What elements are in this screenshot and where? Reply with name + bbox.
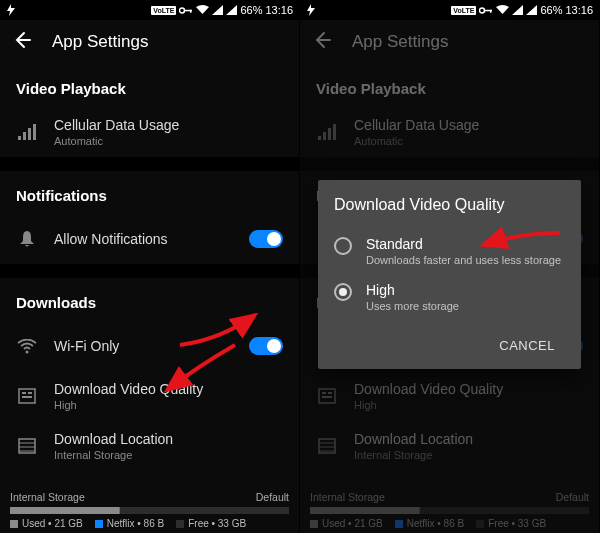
svg-rect-18 — [490, 9, 492, 12]
option-high-label: High — [366, 282, 565, 298]
option-standard-label: Standard — [366, 236, 565, 252]
section-notifications-header: Notifications — [0, 171, 299, 214]
key-icon — [479, 6, 493, 15]
svg-rect-19 — [318, 136, 321, 140]
option-high-desc: Uses more storage — [366, 300, 565, 312]
battery-pct: 66% — [240, 4, 262, 16]
storage-right: Default — [556, 491, 589, 503]
row-wifi-only[interactable]: Wi-Fi Only — [0, 321, 299, 371]
download-location-label: Download Location — [354, 431, 583, 447]
storage-bar-used — [10, 507, 119, 514]
download-quality-value: High — [54, 399, 283, 411]
svg-point-7 — [26, 350, 29, 353]
lightning-icon — [306, 4, 316, 16]
download-location-value: Internal Storage — [354, 449, 583, 461]
title-bar: App Settings — [0, 20, 299, 64]
svg-rect-25 — [322, 392, 326, 394]
svg-rect-9 — [22, 392, 26, 394]
svg-rect-4 — [23, 132, 26, 140]
download-quality-dialog: Download Video Quality Standard Download… — [318, 180, 581, 369]
row-download-location[interactable]: Download Location Internal Storage — [0, 421, 299, 471]
key-icon — [179, 6, 193, 15]
status-bar: VoLTE 66% 13:16 — [0, 0, 299, 20]
row-allow-notifications[interactable]: Allow Notifications — [0, 214, 299, 264]
back-icon[interactable] — [312, 30, 332, 54]
allow-notifications-label: Allow Notifications — [54, 231, 233, 247]
signal-icon-2 — [226, 5, 237, 15]
status-bar: VoLTE 66% 13:16 — [300, 0, 599, 20]
row-download-quality[interactable]: Download Video Quality High — [0, 371, 299, 421]
cancel-button[interactable]: CANCEL — [489, 330, 565, 361]
toggle-wifi-only[interactable] — [249, 337, 283, 355]
storage-icon — [16, 438, 38, 454]
svg-rect-22 — [333, 124, 336, 140]
svg-rect-26 — [328, 392, 332, 394]
storage-label: Internal Storage — [310, 491, 385, 503]
storage-bar-netflix — [419, 507, 420, 514]
wifi-icon — [196, 5, 209, 15]
download-quality-value: High — [354, 399, 583, 411]
toggle-notifications[interactable] — [249, 230, 283, 248]
svg-rect-2 — [190, 9, 192, 12]
storage-label: Internal Storage — [10, 491, 85, 503]
option-high[interactable]: High Uses more storage — [334, 274, 565, 320]
svg-rect-3 — [18, 136, 21, 140]
row-cellular-data[interactable]: Cellular Data Usage Automatic — [0, 107, 299, 157]
cellular-label: Cellular Data Usage — [354, 117, 583, 133]
svg-rect-11 — [22, 396, 32, 398]
dialog-title: Download Video Quality — [334, 196, 565, 214]
radio-standard[interactable] — [334, 237, 352, 255]
wifi-row-icon — [16, 339, 38, 354]
bell-icon — [16, 230, 38, 248]
storage-bar-netflix — [119, 507, 120, 514]
page-title: App Settings — [352, 32, 448, 52]
svg-point-16 — [480, 8, 485, 13]
clock: 13:16 — [265, 4, 293, 16]
svg-rect-5 — [28, 128, 31, 140]
option-standard[interactable]: Standard Downloads faster and uses less … — [334, 228, 565, 274]
svg-rect-27 — [322, 396, 332, 398]
download-quality-label: Download Video Quality — [354, 381, 583, 397]
volte-badge: VoLTE — [151, 6, 176, 15]
signal-bars-icon — [16, 124, 38, 140]
storage-bar — [10, 507, 289, 514]
legend-free: Free • 33 GB — [176, 518, 246, 529]
screen-left: VoLTE 66% 13:16 App Settings Video Playb… — [0, 0, 300, 533]
row-cellular-data: Cellular Data Usage Automatic — [300, 107, 599, 157]
section-video-header: Video Playback — [300, 64, 599, 107]
battery-pct: 66% — [540, 4, 562, 16]
settings-content: Video Playback Cellular Data Usage Autom… — [0, 64, 299, 485]
volte-badge: VoLTE — [451, 6, 476, 15]
signal-icon-2 — [526, 5, 537, 15]
title-bar: App Settings — [300, 20, 599, 64]
quality-icon — [16, 388, 38, 404]
download-location-label: Download Location — [54, 431, 283, 447]
row-download-quality: Download Video Quality High — [300, 371, 599, 421]
wifi-only-label: Wi-Fi Only — [54, 338, 233, 354]
download-location-value: Internal Storage — [54, 449, 283, 461]
radio-high[interactable] — [334, 283, 352, 301]
row-download-location: Download Location Internal Storage — [300, 421, 599, 471]
svg-rect-21 — [328, 128, 331, 140]
storage-footer: Internal Storage Default Used • 21 GB Ne… — [300, 485, 599, 533]
storage-icon — [316, 438, 338, 454]
cellular-value: Automatic — [54, 135, 283, 147]
signal-icon — [212, 5, 223, 15]
svg-point-0 — [180, 8, 185, 13]
signal-bars-icon — [316, 124, 338, 140]
download-quality-label: Download Video Quality — [54, 381, 283, 397]
cellular-value: Automatic — [354, 135, 583, 147]
legend-free: Free • 33 GB — [476, 518, 546, 529]
storage-right: Default — [256, 491, 289, 503]
lightning-icon — [6, 4, 16, 16]
svg-rect-6 — [33, 124, 36, 140]
screen-right: VoLTE 66% 13:16 App Settings Video Playb… — [300, 0, 600, 533]
option-standard-desc: Downloads faster and uses less storage — [366, 254, 565, 266]
legend-netflix: Netflix • 86 B — [395, 518, 464, 529]
section-downloads-header: Downloads — [0, 278, 299, 321]
signal-icon — [512, 5, 523, 15]
storage-footer: Internal Storage Default Used • 21 GB Ne… — [0, 485, 299, 533]
back-icon[interactable] — [12, 30, 32, 54]
storage-bar-used — [310, 507, 419, 514]
legend-used: Used • 21 GB — [10, 518, 83, 529]
